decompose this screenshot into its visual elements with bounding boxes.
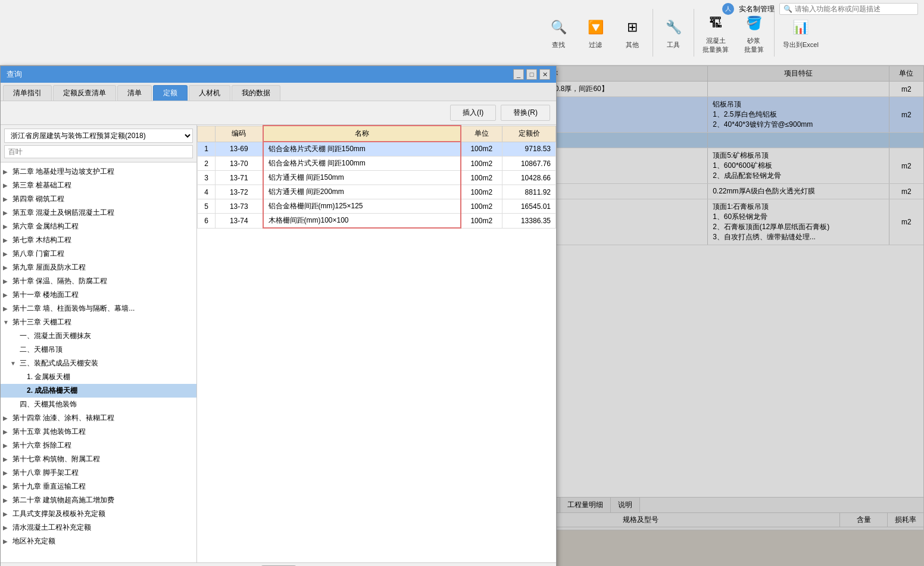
tree-item-ch16[interactable]: ▶第十六章 拆除工程 [1,439,196,452]
tree-item-ch11[interactable]: ▶第十一章 楼地面工程 [1,288,196,302]
tree-item-ch4[interactable]: ▶第四章 砌筑工程 [1,192,196,206]
table-row[interactable]: 413-72铝方通天棚 间距200mm100m28811.92 [198,185,556,199]
tree-arrow-ch11: ▶ [3,292,10,298]
modal-title: 查询 [7,69,22,80]
divider-3 [774,9,775,57]
table-row[interactable]: 213-70铝合金格片式天棚 间距100mm100m210867.76 [198,157,556,171]
tree-label-ch8: 第八章 门窗工程 [13,249,64,259]
toolbar-find[interactable]: 🔍 查找 [542,13,575,52]
tree-item-ch13-1[interactable]: 一、混凝土面天棚抹灰 [1,329,196,343]
tab-my-data[interactable]: 我的数据 [232,85,280,101]
toolbar-export[interactable]: 📊 导出到Excel [778,13,823,52]
tree-item-ch2[interactable]: ▶第二章 地基处理与边坡支护工程 [1,165,196,179]
tab-reverse-clear[interactable]: 定额反查清单 [53,85,116,101]
tree-content: ▶第二章 地基处理与边坡支护工程▶第三章 桩基础工程▶第四章 砌筑工程▶第五章 … [1,162,196,566]
tree-item-ch19[interactable]: ▶第十九章 垂直运输工程 [1,480,196,493]
tab-clear-guide[interactable]: 清单指引 [3,85,52,101]
modal-bottom-scrollbar[interactable] [1,562,556,566]
tree-arrow-ch7: ▶ [3,237,10,243]
tree-arrow-ch14: ▶ [3,415,10,421]
tree-label-tools-supp: 工具式支撑架及模板补充定额 [13,509,105,519]
tree-item-ch12[interactable]: ▶第十二章 墙、柱面装饰与隔断、幕墙... [1,302,196,315]
tree-item-region-supp[interactable]: ▶地区补充定额 [1,534,196,548]
table-header-unit: 单位 [461,126,502,142]
tree-item-ch13-4[interactable]: 四、天棚其他装饰 [1,398,196,411]
tree-item-ch8[interactable]: ▶第八章 门窗工程 [1,247,196,261]
cell-num: 5 [198,199,216,214]
tree-item-ch5[interactable]: ▶第五章 混凝土及钢筋混凝土工程 [1,206,196,220]
tree-label-ch15: 第十五章 其他装饰工程 [13,427,86,437]
table-row[interactable]: 513-73铝合金格栅间距(mm)125×125100m216545.01 [198,199,556,214]
tree-label-ch13-2: 二、天棚吊顶 [20,345,63,355]
tree-label-ch11: 第十一章 楼地面工程 [13,290,79,300]
tree-item-ch20[interactable]: ▶第二十章 建筑物超高施工增加费 [1,493,196,507]
tree-label-ch10: 第十章 保温、隔热、防腐工程 [13,276,107,286]
tree-item-ch9[interactable]: ▶第九章 屋面及防水工程 [1,261,196,274]
tree-item-ch3[interactable]: ▶第三章 桩基础工程 [1,179,196,192]
tools-icon: 🔧 [661,15,685,39]
table-row[interactable]: 613-74木格栅间距(mm)100×100100m213386.35 [198,214,556,229]
tree-item-ch7[interactable]: ▶第七章 木结构工程 [1,233,196,247]
tree-label-ch16: 第十六章 拆除工程 [13,440,71,451]
tree-item-tools-supp[interactable]: ▶工具式支撑架及模板补充定额 [1,507,196,521]
replace-button[interactable]: 替换(R) [501,105,550,121]
tree-item-ch10[interactable]: ▶第十章 保温、隔热、防腐工程 [1,274,196,288]
tree-label-ch13: 第十三章 天棚工程 [13,317,71,327]
tree-arrow-ch16: ▶ [3,442,10,449]
find-icon: 🔍 [547,15,570,39]
cell-name: 铝方通天棚 间距200mm [263,185,461,199]
tab-material[interactable]: 人材机 [189,85,230,101]
modal-minimize-button[interactable]: _ [513,69,524,80]
tree-item-ch14[interactable]: ▶第十四章 油漆、涂料、裱糊工程 [1,411,196,425]
insert-button[interactable]: 插入(I) [450,105,496,121]
quota-dropdown[interactable]: 浙江省房屋建筑与装饰工程预算定额(2018) [4,129,193,143]
find-label: 查找 [552,40,565,49]
tree-label-ch13-3: 三、装配式成品天棚安装 [20,358,98,368]
tree-item-ch13-3-2[interactable]: 2. 成品格栅天棚 [1,384,196,398]
toolbar-tools[interactable]: 🔧 工具 [657,13,690,52]
tree-label-ch12: 第十二章 墙、柱面装饰与隔断、幕墙... [13,304,135,314]
tree-arrow-ch6: ▶ [3,223,10,230]
tree-arrow-ch5: ▶ [3,209,10,216]
tools-label: 工具 [667,40,680,49]
toolbar-other[interactable]: ⊞ 其他 [616,13,649,52]
tree-arrow-ch9: ▶ [3,264,10,271]
cell-name: 铝合金格栅间距(mm)125×125 [263,199,461,214]
tree-item-ch13[interactable]: ▼第十三章 天棚工程 [1,315,196,329]
tree-item-ch15[interactable]: ▶第十五章 其他装饰工程 [1,425,196,439]
tree-item-concrete-supp[interactable]: ▶清水混凝土工程补充定额 [1,521,196,534]
tree-item-ch18[interactable]: ▶第十八章 脚手架工程 [1,466,196,480]
cell-price: 13386.35 [502,214,556,229]
top-search-input[interactable] [795,5,914,13]
tab-quota[interactable]: 定额 [153,85,188,101]
tree-item-ch13-3[interactable]: ▼三、装配式成品天棚安装 [1,357,196,370]
toolbar-filter[interactable]: 🔽 过滤 [579,13,612,52]
tab-list[interactable]: 清单 [117,85,152,101]
tree-search-input[interactable] [4,145,193,158]
tree-arrow-ch18: ▶ [3,470,10,476]
table-row[interactable]: 313-71铝方通天棚 间距150mm100m210428.66 [198,171,556,185]
tree-label-ch13-1: 一、混凝土面天棚抹灰 [20,331,91,341]
modal-close-button[interactable]: ✕ [539,69,550,80]
tree-arrow-ch17: ▶ [3,456,10,462]
tree-arrow-ch10: ▶ [3,278,10,284]
concrete-label: 混凝土 批量换算 [703,36,729,54]
tree-item-ch6[interactable]: ▶第六章 金属结构工程 [1,220,196,233]
tree-label-ch17: 第十七章 构筑物、附属工程 [13,454,100,464]
cell-code: 13-70 [216,157,263,171]
cell-price: 10867.76 [502,157,556,171]
tree-label-ch18: 第十八章 脚手架工程 [13,468,79,478]
cell-unit: 100m2 [461,214,502,229]
search-bar[interactable]: 🔍 [779,3,918,15]
tree-item-ch13-2[interactable]: 二、天棚吊顶 [1,343,196,357]
modal-maximize-button[interactable]: □ [526,69,537,80]
tree-item-ch13-3-1[interactable]: 1. 金属板天棚 [1,370,196,384]
cell-price: 8811.92 [502,185,556,199]
toolbar-mortar[interactable]: 🪣 砂浆 批量算 [737,9,770,57]
other-label: 其他 [626,40,639,49]
tree-item-ch17[interactable]: ▶第十七章 构筑物、附属工程 [1,452,196,466]
table-header-name: 名称 [263,126,461,142]
table-row[interactable]: 113-69铝合金格片式天棚 间距150mm100m29718.53 [198,142,556,157]
cell-name: 铝方通天棚 间距150mm [263,171,461,185]
toolbar-concrete[interactable]: 🏗 混凝土 批量换算 [698,9,733,57]
